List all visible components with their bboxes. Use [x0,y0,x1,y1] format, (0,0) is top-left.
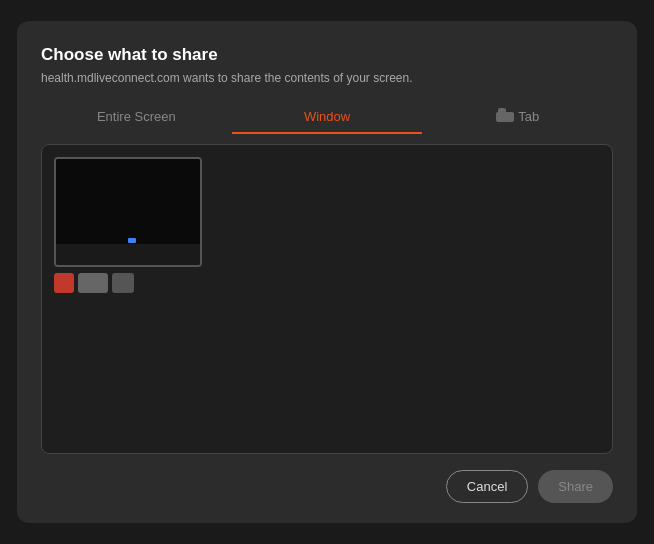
dialog-subtitle: health.mdliveconnect.com wants to share … [41,71,613,85]
tab-entire-screen[interactable]: Entire Screen [41,101,232,134]
tab-bar: Entire Screen Window Tab [41,101,613,134]
share-button[interactable]: Share [538,470,613,503]
app-icon-gray1 [78,273,108,293]
window-icons [54,273,202,293]
window-preview [54,157,202,267]
tab-tab[interactable]: Tab [422,101,613,134]
window-thumbnail-item[interactable] [54,157,202,293]
dialog-title: Choose what to share [41,45,613,65]
share-dialog: Choose what to share health.mdliveconnec… [17,21,637,523]
tab-window[interactable]: Window [232,101,423,134]
thumb-blue-dot [128,238,136,243]
app-icon-red [54,273,74,293]
thumb-taskbar [56,244,200,265]
thumb-screen [56,159,200,244]
dialog-footer: Cancel Share [41,470,613,503]
cancel-button[interactable]: Cancel [446,470,528,503]
content-area [41,144,613,454]
tab-icon [496,112,514,122]
app-icon-gray2 [112,273,134,293]
